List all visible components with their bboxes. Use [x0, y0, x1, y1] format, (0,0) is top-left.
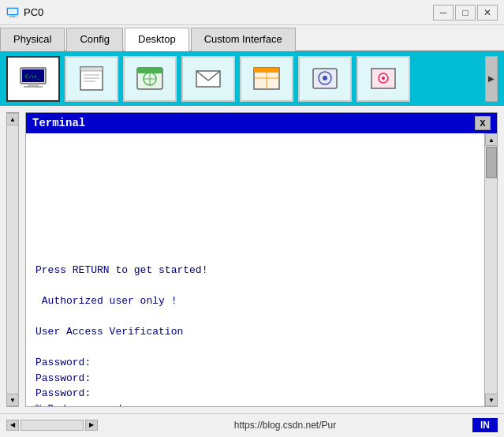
device-icon-6[interactable]	[298, 56, 352, 102]
text-editor-icon	[76, 65, 107, 92]
device-toolbar: C:\>_	[0, 52, 504, 106]
terminal-title-bar: Terminal X	[26, 113, 497, 133]
status-scroll-area: ◀ ▶	[6, 420, 98, 431]
tab-desktop[interactable]: Desktop	[125, 28, 189, 51]
device-icon-3[interactable]	[123, 56, 177, 102]
tab-custom-interface[interactable]: Custom Interface	[191, 28, 296, 51]
terminal-scroll-track	[485, 146, 497, 394]
svg-point-27	[323, 76, 327, 80]
device-icon-1[interactable]: C:\>_	[6, 56, 60, 102]
terminal-body[interactable]: Press RETURN to get started! Authorized …	[26, 133, 484, 406]
terminal-scroll-down[interactable]: ▼	[485, 394, 497, 406]
window-title: PC0	[24, 6, 43, 18]
main-content: ▲ ▼ Terminal X Press RETURN to get start…	[0, 106, 504, 413]
maximize-button[interactable]: □	[455, 5, 476, 21]
scroll-up-btn[interactable]: ▲	[6, 113, 19, 125]
scroll-down-btn[interactable]: ▼	[6, 394, 19, 406]
status-scroll-right-btn[interactable]: ▶	[85, 420, 98, 431]
left-scrollbar[interactable]: ▲ ▼	[6, 112, 19, 407]
svg-point-30	[382, 77, 385, 80]
status-in-button[interactable]: IN	[472, 418, 498, 432]
terminal-scrollbar[interactable]: ▲ ▼	[484, 133, 497, 406]
minimize-button[interactable]: ─	[433, 5, 454, 21]
mail-icon	[192, 65, 224, 92]
svg-text:C:\>_: C:\>_	[25, 73, 39, 80]
status-bar: ◀ ▶ https://blog.csdn.net/Pur IN	[0, 413, 504, 435]
terminal-body-wrapper: Press RETURN to get started! Authorized …	[26, 133, 497, 406]
tab-physical[interactable]: Physical	[0, 28, 65, 51]
firewall-icon	[251, 65, 282, 92]
vpn-icon	[309, 65, 341, 92]
svg-rect-4	[8, 9, 17, 14]
settings-icon	[368, 65, 399, 92]
status-scroll-left-btn[interactable]: ◀	[6, 420, 19, 431]
status-url: https://blog.csdn.net/Pur	[234, 420, 336, 431]
svg-rect-22	[254, 68, 279, 73]
terminal-scroll-thumb[interactable]	[486, 147, 497, 178]
svg-rect-8	[24, 86, 43, 88]
toolbar-scroll-right[interactable]: ▶	[485, 56, 498, 102]
svg-rect-2	[10, 15, 15, 17]
tab-config[interactable]: Config	[66, 28, 123, 51]
terminal-close-button[interactable]: X	[475, 116, 491, 130]
device-icon-5[interactable]	[240, 56, 293, 102]
terminal-title: Terminal	[32, 117, 85, 129]
device-icon-2[interactable]	[65, 56, 118, 102]
terminal-scroll-up[interactable]: ▲	[485, 133, 497, 146]
close-button[interactable]: ✕	[477, 5, 498, 21]
terminal-device-icon: C:\>_	[17, 65, 49, 92]
device-icon-4[interactable]	[181, 56, 235, 102]
web-browser-icon	[134, 65, 166, 92]
device-icon-7[interactable]	[357, 56, 410, 102]
window-controls: ─ □ ✕	[433, 5, 498, 21]
computer-icon	[6, 6, 19, 19]
svg-rect-3	[9, 17, 17, 17]
title-bar-left: PC0	[6, 6, 43, 19]
title-bar: PC0 ─ □ ✕	[0, 0, 504, 25]
svg-rect-7	[28, 84, 39, 86]
tab-bar: Physical Config Desktop Custom Interface	[0, 25, 504, 52]
svg-rect-11	[80, 67, 103, 71]
status-scroll-track	[21, 420, 84, 431]
terminal-window: Terminal X Press RETURN to get started! …	[25, 112, 498, 407]
